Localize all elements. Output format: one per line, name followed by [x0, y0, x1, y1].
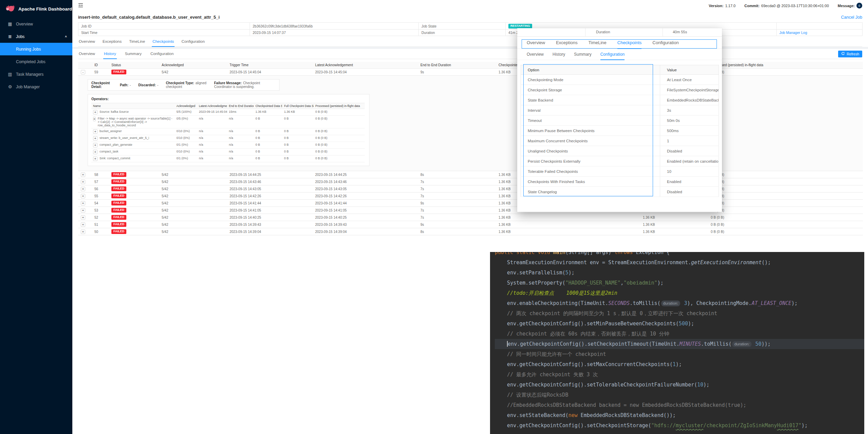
- menu-fold-icon[interactable]: [78, 3, 83, 9]
- trigger-time: 2023-09-15 14:43:46: [227, 178, 312, 185]
- popup-subtab-summary[interactable]: Summary: [574, 52, 591, 60]
- job-manager-log-link[interactable]: Job Manager Log: [779, 31, 807, 35]
- sidebar-menu: ▦Overview≣Jobs∧Running JobsCompleted Job…: [0, 18, 72, 93]
- end-to-end-duration: 15ms: [227, 109, 254, 116]
- expand-toggle-icon[interactable]: +: [81, 194, 85, 198]
- checkpoint-status: FAILED: [109, 214, 159, 221]
- expand-toggle-icon[interactable]: +: [81, 173, 85, 177]
- tab-timeline[interactable]: TimeLine: [128, 39, 146, 47]
- expand-toggle-icon[interactable]: +: [93, 150, 97, 154]
- expand-toggle-icon[interactable]: +: [81, 208, 85, 213]
- sidebar-item-running-jobs[interactable]: Running Jobs: [0, 43, 72, 55]
- refresh-button[interactable]: Refresh: [838, 51, 862, 57]
- popup-info-row: Duration 40m 55s: [517, 28, 722, 37]
- sidebar-item-task-managers[interactable]: ▥Task Managers: [0, 68, 72, 80]
- expand-toggle-icon[interactable]: +: [93, 117, 96, 121]
- app-logo[interactable]: Apache Flink Dashboard: [0, 0, 72, 18]
- checkpoint-status: FAILED: [109, 69, 159, 76]
- popup-job-tabs: OverviewExceptionsTimeLineCheckpointsCon…: [517, 37, 722, 49]
- trigger-time: 2023-09-15 14:45:04: [227, 69, 312, 76]
- popup-tab-overview[interactable]: Overview: [527, 40, 545, 49]
- acknowledged: 0/10 (0%): [175, 128, 197, 135]
- checkpointed-data-size: 1.36 KB: [496, 228, 640, 235]
- popup-tab-timeline[interactable]: TimeLine: [589, 40, 607, 49]
- tab-checkpoints[interactable]: Checkpoints: [152, 39, 175, 47]
- config-value: Enabled: [660, 177, 719, 187]
- processed-in-flight-data: 0 B (0 B): [708, 214, 863, 221]
- chevron-up-icon: ∧: [65, 35, 67, 38]
- checkpoint-detail-field-path: Path:-: [120, 83, 131, 87]
- expand-toggle-icon[interactable]: +: [93, 110, 97, 114]
- expand-toggle-icon[interactable]: +: [81, 201, 85, 205]
- jobs-icon: ≣: [7, 34, 13, 39]
- floating-preview-window[interactable]: Duration 40m 55s OverviewExceptionsTimeL…: [517, 28, 722, 212]
- full-checkpoint-data-size: 0 B: [282, 142, 313, 149]
- tab-exceptions[interactable]: Exceptions: [102, 39, 122, 47]
- sidebar-item-label: Jobs: [16, 34, 24, 39]
- popup-subtab-overview[interactable]: Overview: [527, 52, 544, 60]
- tab-configuration[interactable]: Configuration: [181, 39, 205, 47]
- expand-toggle-icon[interactable]: +: [93, 129, 97, 134]
- latest-acknowledgement: 2023-09-15 14:42:26: [312, 193, 418, 200]
- processed-in-flight-data: 0 B (0 B): [314, 116, 365, 128]
- code-line-1: public static void main(String[] args) t…: [495, 252, 864, 257]
- acknowledged: 0/1 (0%): [175, 142, 197, 149]
- cancel-job-button[interactable]: Cancel Job: [841, 15, 862, 20]
- operator-row: +Sink: compact_commit0/1 (0%)n/an/a0 B0 …: [91, 156, 365, 162]
- code-line-18: env.getCheckpointConfig().setCheckpointS…: [495, 420, 864, 431]
- code-line-10: env.getCheckpointConfig().setCheckpointT…: [495, 339, 864, 349]
- tab-overview[interactable]: Overview: [78, 39, 96, 47]
- checkpoint-row-50: +50FAILED5/422023-09-15 14:39:042023-09-…: [78, 228, 863, 235]
- expand-toggle-icon[interactable]: +: [81, 230, 85, 234]
- popup-subtab-configuration[interactable]: Configuration: [600, 52, 625, 60]
- sidebar-item-job-manager[interactable]: ⚙Job Manager: [0, 80, 72, 93]
- config-column-header-value: Value: [660, 65, 719, 75]
- subtab-history[interactable]: History: [103, 49, 117, 59]
- expand-toggle-icon[interactable]: +: [81, 187, 85, 191]
- expand-toggle-icon[interactable]: -: [81, 70, 85, 74]
- config-option: State Backend: [521, 95, 660, 105]
- expand-toggle-icon[interactable]: +: [93, 157, 97, 161]
- message-label: Message:: [838, 4, 855, 8]
- checkpointed-data-size: 1.36 KB: [254, 109, 282, 116]
- popup-subtab-history[interactable]: History: [553, 52, 565, 60]
- popup-duration-label: Duration: [596, 30, 610, 34]
- expand-toggle-icon[interactable]: +: [93, 143, 97, 147]
- config-value: 3s: [660, 105, 719, 115]
- expand-toggle-icon[interactable]: +: [81, 215, 85, 220]
- popup-tab-checkpoints[interactable]: Checkpoints: [617, 40, 642, 49]
- ide-code-editor[interactable]: public static void main(String[] args) t…: [490, 252, 864, 434]
- end-to-end-duration: n/a: [227, 149, 254, 156]
- job-tabs: OverviewExceptionsTimeLineCheckpointsCon…: [78, 39, 862, 47]
- end-to-end-duration: 9s: [418, 69, 496, 76]
- subtab-configuration[interactable]: Configuration: [150, 49, 174, 59]
- code-line-3: env.setParallelism(5);: [495, 268, 864, 278]
- latest-acknowledgement: 2023-09-15 14:39:43: [312, 221, 418, 228]
- expand-toggle-icon[interactable]: +: [81, 180, 85, 184]
- expand-toggle-icon[interactable]: +: [93, 136, 97, 141]
- checkpoint-config-table: OptionValue Checkpointing ModeAt Least O…: [521, 65, 719, 197]
- subtab-summary[interactable]: Summary: [124, 49, 142, 59]
- checkpoint-status: FAILED: [109, 200, 159, 207]
- acknowledged: 5/42: [159, 193, 227, 200]
- processed-in-flight-data: 0 B (0 B): [314, 156, 365, 162]
- operators-table: NameAcknowledgedLatest AcknowledgmentEnd…: [91, 103, 365, 162]
- subtab-overview[interactable]: Overview: [78, 49, 96, 59]
- expander-column-header: [78, 62, 92, 69]
- popup-tab-configuration[interactable]: Configuration: [652, 40, 679, 49]
- config-row-timeout: Timeout50m 0s: [521, 115, 719, 126]
- app-title: Apache Flink Dashboard: [18, 6, 72, 12]
- end-to-end-duration: 9s: [418, 200, 496, 207]
- checkpoint-id: 52: [92, 214, 109, 221]
- sidebar-item-jobs[interactable]: ≣Jobs∧: [0, 30, 72, 43]
- config-value: EmbeddedRocksDBStateBackend: [660, 95, 719, 105]
- sidebar-item-overview[interactable]: ▦Overview: [0, 18, 72, 30]
- popup-tab-exceptions[interactable]: Exceptions: [556, 40, 578, 49]
- code-line-9: // checkpoint 必须在 60s 内结束，否则被丢弃，默认是 10 分…: [495, 329, 864, 339]
- column-header-end-to-end-duration: End to End Duration: [418, 62, 496, 69]
- message-count-badge[interactable]: 0: [856, 3, 862, 8]
- expand-toggle-icon[interactable]: +: [81, 222, 85, 227]
- operator-row: +compact_plan_generate0/1 (0%)n/an/a0 B0…: [91, 142, 365, 149]
- sidebar-item-completed-jobs[interactable]: Completed Jobs: [0, 55, 72, 68]
- checkpoint-status: FAILED: [109, 228, 159, 235]
